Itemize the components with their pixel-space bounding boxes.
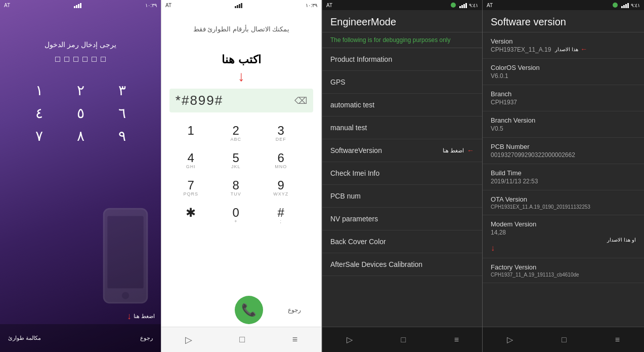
- num-key-9[interactable]: ٩: [104, 128, 140, 144]
- sw-label-branch: Branch: [491, 90, 636, 98]
- menu-label-auto-test: automatic test: [330, 101, 374, 109]
- dialer-bottom-actions: 📞 رجوع: [169, 296, 313, 324]
- sw-label-branch-version: Branch Version: [491, 116, 636, 124]
- numpad-lock: ١ ٢ ٣ ٤ ٥ ٦ ٧ ٨ ٩: [21, 82, 140, 144]
- nav-back-icon[interactable]: ▷: [185, 334, 192, 345]
- engineer-mode-panel: AT ٩:٤١ EngineerMode The following is fo…: [322, 0, 483, 352]
- dial-key-star[interactable]: ✱: [169, 203, 212, 228]
- software-version-panel: AT ٩:٤١ Software version Version CPH1937…: [483, 0, 644, 352]
- call-button[interactable]: 📞: [235, 296, 263, 324]
- dial-key-5[interactable]: 5JKL: [214, 148, 257, 173]
- dial-key-4[interactable]: 4GHI: [169, 148, 212, 173]
- phone-watermark: [85, 205, 161, 306]
- num-key-5[interactable]: ٥: [63, 105, 98, 122]
- nav-home-icon-eng[interactable]: □: [401, 335, 406, 344]
- sw-item-ota-version: OTA Version CPH1931EX_11.A.19_0190_20191…: [483, 190, 644, 215]
- dial-key-6[interactable]: 6MNO: [260, 148, 303, 173]
- modem-annotation: او هذا الاصدار: [491, 237, 636, 243]
- carrier-engineer: AT: [326, 3, 332, 8]
- menu-item-gps[interactable]: GPS: [322, 71, 482, 94]
- num-key-3[interactable]: ٣: [104, 82, 140, 99]
- sw-label-ota-version: OTA Version: [491, 195, 636, 203]
- arrow-down-icon-lock: ↓: [127, 311, 132, 322]
- menu-item-back-cover[interactable]: Back Cover Color: [322, 230, 482, 253]
- lock-screen-panel: AT ١٠:٣٩ يرجى إدخال رمز الدخول ١ ٢ ٣ ٤ ٥…: [0, 0, 161, 352]
- pin-dot-3: [73, 57, 78, 62]
- menu-item-nv-params[interactable]: NV parameters: [322, 208, 482, 230]
- sw-value-build-time: 2019/11/13 22:53: [491, 178, 636, 185]
- num-key-1[interactable]: ١: [21, 82, 57, 99]
- pin-dot-1: [55, 57, 60, 62]
- version-annotation: ← هذا الاصدار: [555, 45, 587, 53]
- pin-dots: [55, 57, 106, 62]
- menu-item-product-info[interactable]: Product Information: [322, 48, 482, 71]
- nav-home-icon-sw[interactable]: □: [562, 335, 567, 344]
- menu-item-software-version[interactable]: SoftwareVersion ← اضغط هنا: [322, 139, 482, 162]
- num-key-7[interactable]: ٧: [21, 128, 57, 144]
- sw-label-coloros: ColorOS Version: [491, 64, 636, 71]
- num-key-6[interactable]: ٦: [104, 105, 140, 122]
- num-key-2[interactable]: ٢: [63, 82, 98, 99]
- back-label-dialer[interactable]: رجوع: [288, 306, 301, 314]
- pin-dot-6: [101, 57, 106, 62]
- menu-item-imei[interactable]: Check Imei Info: [322, 162, 482, 185]
- menu-label-imei: Check Imei Info: [330, 169, 379, 177]
- sw-label-version: Version: [491, 37, 636, 45]
- signal-icon-lock: [74, 2, 81, 8]
- nav-back-icon-eng[interactable]: ▷: [347, 335, 353, 344]
- arrow-down-icon-dialer: ↓: [238, 68, 245, 85]
- carrier-lock: AT: [4, 3, 10, 8]
- dial-key-9[interactable]: 9WXYZ: [260, 175, 303, 201]
- dial-key-0[interactable]: 0+: [214, 203, 257, 228]
- sw-value-pcb-number: 0019327099290322000002662: [491, 151, 636, 159]
- dial-key-1[interactable]: 1: [169, 121, 212, 146]
- sw-label-modem-version: Modem Version: [491, 220, 636, 228]
- num-key-4[interactable]: ٤: [21, 105, 57, 122]
- dial-key-8[interactable]: 8TUV: [214, 175, 257, 201]
- pin-dot-4: [82, 57, 88, 62]
- sw-value-branch-version: V0.5: [491, 125, 636, 132]
- dial-input-row[interactable]: *#899# ⌫: [169, 89, 313, 112]
- software-nav-bar: ▷ □ ≡: [483, 327, 644, 352]
- time-engineer: ٩:٤١: [469, 3, 478, 8]
- svg-point-2: [122, 292, 129, 299]
- sw-value-branch: CPH1937: [491, 99, 636, 106]
- signal-icon-engineer: [459, 2, 467, 8]
- dialpad: 1 2ABC 3DEF 4GHI 5JKL 6MNO 7PQRS 8TUV 9W…: [169, 121, 313, 228]
- num-key-8[interactable]: ٨: [63, 128, 98, 144]
- sw-label-build-time: Build Time: [491, 169, 636, 177]
- emergency-label[interactable]: مكالمة طوارئ: [8, 335, 41, 341]
- nav-home-icon[interactable]: □: [239, 334, 245, 345]
- menu-item-auto-test[interactable]: automatic test: [322, 94, 482, 116]
- menu-item-manual-test[interactable]: manual test: [322, 116, 482, 139]
- menu-label-back-cover: Back Cover Color: [330, 238, 386, 246]
- sw-item-version: Version CPH1937EX_11_A.19 ← هذا الاصدار: [483, 32, 644, 59]
- write-here-label: اكتب هنا: [222, 53, 261, 66]
- backspace-icon[interactable]: ⌫: [294, 95, 307, 106]
- sw-value-factory-version: CPH1937_11_A.19_191113_cb4610de: [491, 272, 636, 278]
- sw-value-coloros: V6.0.1: [491, 72, 636, 80]
- dial-key-hash[interactable]: #;: [260, 203, 303, 228]
- nav-recents-icon[interactable]: ≡: [292, 334, 298, 345]
- sw-value-version: CPH1937EX_11_A.19: [491, 46, 551, 53]
- dial-key-2[interactable]: 2ABC: [214, 121, 257, 146]
- menu-label-gps: GPS: [330, 78, 346, 86]
- dial-key-7[interactable]: 7PQRS: [169, 175, 212, 201]
- back-label-lock[interactable]: رجوع: [140, 335, 153, 341]
- engineer-mode-title: EngineerMode: [322, 10, 482, 32]
- dial-input-value: *#899#: [176, 93, 223, 108]
- svg-rect-1: [107, 216, 143, 288]
- dial-key-3[interactable]: 3DEF: [260, 121, 303, 146]
- nav-recents-icon-eng[interactable]: ≡: [454, 335, 459, 344]
- sw-label-pcb-number: PCB Number: [491, 143, 636, 150]
- menu-item-pcb-num[interactable]: PCB num: [322, 185, 482, 208]
- carrier-dialer: AT: [165, 3, 171, 8]
- status-bar-lock: AT ١٠:٣٩: [0, 0, 161, 10]
- sw-item-pcb-number: PCB Number 0019327099290322000002662: [483, 138, 644, 164]
- sw-item-branch-version: Branch Version V0.5: [483, 111, 644, 138]
- nav-recents-icon-sw[interactable]: ≡: [615, 335, 620, 344]
- menu-label-pcb-num: PCB num: [330, 192, 361, 200]
- menu-label-aftersale: AfterSale Devices Calibration: [330, 260, 422, 268]
- nav-back-icon-sw[interactable]: ▷: [507, 335, 513, 344]
- menu-item-aftersale[interactable]: AfterSale Devices Calibration: [322, 253, 482, 276]
